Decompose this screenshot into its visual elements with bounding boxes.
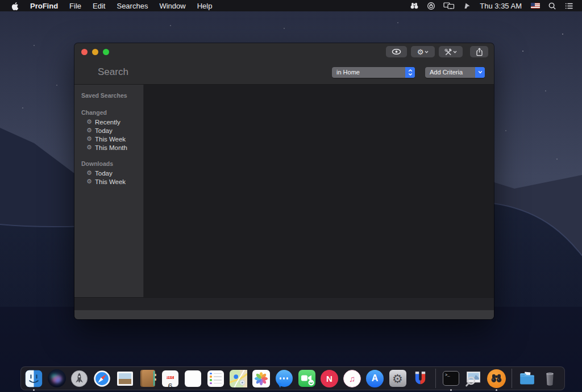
messages-bubble-icon xyxy=(276,370,293,387)
menu-clock[interactable]: Thu 3:35 AM xyxy=(475,2,527,10)
smart-gear-icon: ⚙ xyxy=(86,144,93,151)
notes-icon xyxy=(185,370,201,387)
calendar-icon: DEC 6 xyxy=(162,370,178,387)
actions-gear-button[interactable]: ⚙ xyxy=(411,46,435,57)
siri-icon xyxy=(48,369,66,387)
window-titlebar[interactable]: ⚙ xyxy=(74,43,494,60)
smart-gear-icon: ⚙ xyxy=(86,119,93,125)
us-flag-icon[interactable] xyxy=(527,3,544,9)
pointer-icon[interactable] xyxy=(459,2,475,10)
displays-icon[interactable] xyxy=(439,2,459,10)
spotlight-search-icon[interactable] xyxy=(544,2,560,10)
dock-reminders[interactable] xyxy=(206,369,226,389)
saved-search-changed-this-week[interactable]: ⚙This Week xyxy=(74,135,143,143)
scope-popup[interactable]: in Home xyxy=(332,67,415,78)
scope-popup-value: in Home xyxy=(332,69,364,76)
saved-search-changed-this-month[interactable]: ⚙This Month xyxy=(74,143,143,152)
dock-news[interactable]: N xyxy=(319,369,339,389)
share-button[interactable] xyxy=(470,46,488,57)
terminal-prompt: >_ xyxy=(445,373,450,377)
saved-search-downloads-this-week[interactable]: ⚙This Week xyxy=(74,177,143,186)
terminal-icon: >_ xyxy=(443,371,459,386)
dock-mail[interactable] xyxy=(115,369,135,389)
app-store-icon: A xyxy=(366,370,384,387)
results-area[interactable] xyxy=(144,85,494,297)
dock-terminal[interactable]: >_ xyxy=(441,369,461,389)
tools-button[interactable] xyxy=(439,46,463,57)
menu-help[interactable]: Help xyxy=(192,2,218,10)
section-changed: Changed xyxy=(74,107,143,118)
item-label: This Month xyxy=(95,144,127,151)
saved-search-downloads-today[interactable]: ⚙Today xyxy=(74,169,143,177)
finder-icon xyxy=(24,369,43,388)
item-label: Today xyxy=(95,170,113,177)
status-bar xyxy=(74,310,494,319)
chevron-down-icon xyxy=(453,51,457,53)
dock-app-store[interactable]: A xyxy=(365,369,385,389)
app-menu-profind[interactable]: ProFind xyxy=(24,2,64,10)
reminders-icon xyxy=(207,370,224,387)
smart-gear-icon: ⚙ xyxy=(86,178,93,185)
preview-eye-button[interactable] xyxy=(386,46,407,57)
dock-downloads[interactable] xyxy=(517,369,537,389)
notification-center-icon[interactable] xyxy=(560,2,577,10)
music-note-icon: ♫ xyxy=(349,374,355,383)
trash-icon xyxy=(541,369,559,388)
hammer-wrench-icon xyxy=(444,48,452,56)
maps-icon xyxy=(230,370,247,387)
dock-safari[interactable] xyxy=(92,369,112,389)
contacts-book-icon xyxy=(140,370,155,387)
dock-separator xyxy=(512,369,512,388)
binoculars-icon[interactable] xyxy=(406,2,423,10)
dock-calendar[interactable]: DEC 6 xyxy=(160,369,180,389)
dock-contacts[interactable] xyxy=(138,369,157,389)
dock-magnet[interactable] xyxy=(410,369,430,389)
dock-itunes[interactable]: ♫ xyxy=(342,369,362,389)
dock-trash[interactable] xyxy=(540,369,560,389)
dock-system-preferences[interactable]: ⚙ xyxy=(388,369,408,389)
mail-stamp-icon xyxy=(117,372,133,386)
saved-searches-sidebar: Saved Searches Changed ⚙Recently ⚙Today … xyxy=(74,85,144,297)
section-downloads: Downloads xyxy=(74,159,143,169)
app-store-letter: A xyxy=(372,373,379,383)
running-indicator xyxy=(450,389,452,391)
dock-finder[interactable] xyxy=(24,369,44,389)
running-indicator xyxy=(33,389,35,391)
desktop: ProFind File Edit Searches Window Help T… xyxy=(0,0,582,392)
close-button[interactable] xyxy=(81,49,88,55)
dock-facetime[interactable] xyxy=(297,369,317,389)
menu-window[interactable]: Window xyxy=(153,2,191,10)
power-circle-icon[interactable] xyxy=(423,2,439,10)
dock-maps[interactable] xyxy=(228,369,248,389)
dock-preview[interactable] xyxy=(464,369,484,389)
chevron-down-icon xyxy=(425,51,429,53)
facetime-icon xyxy=(298,370,315,387)
photos-pinwheel-icon xyxy=(252,370,270,387)
share-icon xyxy=(476,48,483,56)
dock-launchpad[interactable] xyxy=(69,369,89,389)
sidebar-header: Saved Searches xyxy=(74,90,143,101)
minimize-button[interactable] xyxy=(92,49,98,55)
profind-window: ⚙ Search in Home xyxy=(74,43,494,319)
menu-file[interactable]: File xyxy=(64,2,87,10)
smart-gear-icon: ⚙ xyxy=(86,136,93,142)
dock-photos[interactable] xyxy=(251,369,271,389)
dock-messages[interactable] xyxy=(274,369,294,389)
dock-notes[interactable] xyxy=(183,369,203,389)
zoom-button[interactable] xyxy=(103,49,109,55)
launchpad-rocket-icon xyxy=(70,369,89,388)
add-criteria-pulldown[interactable]: Add Criteria xyxy=(425,67,485,78)
item-label: Today xyxy=(95,127,113,134)
item-label: This Week xyxy=(95,136,126,143)
menu-bar: ProFind File Edit Searches Window Help T… xyxy=(0,0,582,11)
saved-search-changed-today[interactable]: ⚙Today xyxy=(74,126,143,135)
menu-searches[interactable]: Searches xyxy=(111,2,153,10)
apple-menu-icon[interactable] xyxy=(6,2,24,10)
saved-search-changed-recently[interactable]: ⚙Recently xyxy=(74,118,143,126)
itunes-icon: ♫ xyxy=(343,370,361,387)
menu-edit[interactable]: Edit xyxy=(87,2,111,10)
dock-siri[interactable] xyxy=(47,369,66,389)
calendar-day: 6 xyxy=(162,381,178,387)
smart-gear-icon: ⚙ xyxy=(86,127,93,134)
dock-profind[interactable] xyxy=(487,369,506,389)
